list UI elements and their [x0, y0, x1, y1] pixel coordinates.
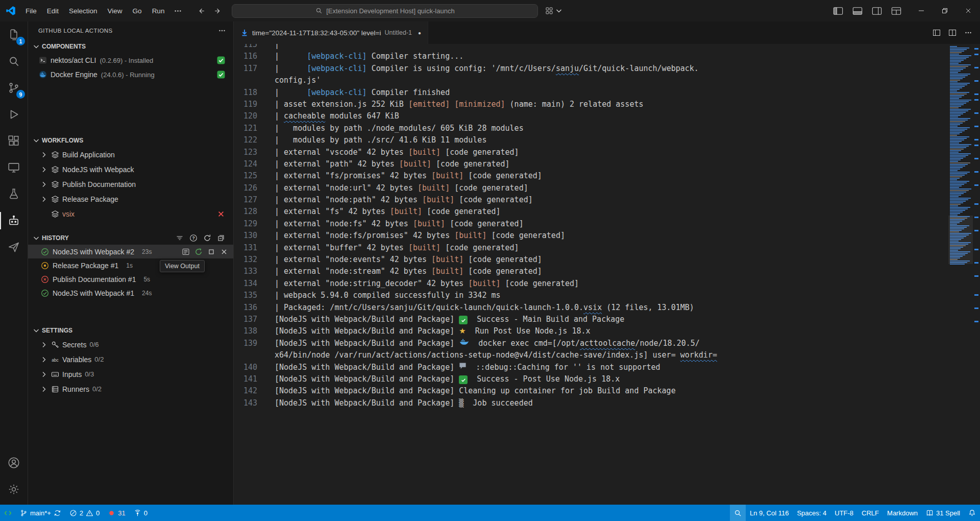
cursor-position-item[interactable]: Ln 9, Col 116 [746, 505, 793, 521]
panel-grid-button[interactable] [545, 7, 563, 15]
activity-source-control[interactable]: 9 [0, 75, 28, 101]
workflow-item[interactable]: Release Package [28, 192, 233, 206]
code-line[interactable]: 134| external "node:string_decoder" 42 b… [234, 278, 980, 290]
eol-item[interactable]: CRLF [857, 505, 883, 521]
indentation-item[interactable]: Spaces: 4 [793, 505, 830, 521]
toggle-secondary-sidebar-button[interactable] [869, 4, 885, 18]
history-refresh-button[interactable] [203, 234, 211, 242]
spell-problems-item[interactable]: 31 [104, 505, 129, 521]
code-line[interactable]: 120| cacheable modules 647 KiB [234, 110, 980, 122]
forward-button[interactable] [209, 4, 226, 18]
language-mode-item[interactable]: Markdown [883, 505, 922, 521]
section-header-settings[interactable]: SETTINGS [28, 324, 233, 337]
sidebar-more-button[interactable] [218, 27, 226, 35]
code-line[interactable]: 122| modules by path ./src/ 41.6 KiB 11 … [234, 134, 980, 146]
close-button[interactable] [957, 0, 980, 21]
code-line[interactable]: 133| external "node:stream" 42 bytes [bu… [234, 266, 980, 277]
ports-item[interactable]: 0 [130, 505, 152, 521]
branch-item[interactable]: main*+ [16, 505, 65, 521]
zoom-indicator[interactable] [730, 505, 746, 521]
code-line[interactable]: 117| [webpack-cli] Compiler is using con… [234, 63, 980, 75]
section-header-workflows[interactable]: WORKFLOWS [28, 134, 233, 147]
component-check-icon[interactable] [217, 56, 225, 64]
menu-go[interactable]: Go [128, 5, 147, 17]
dismiss-button[interactable] [220, 248, 228, 256]
component-check-icon[interactable] [217, 70, 225, 79]
more-actions-button[interactable] [964, 29, 972, 37]
code-line[interactable]: 119| asset extension.js 252 KiB [emitted… [234, 99, 980, 110]
activity-run-debug[interactable] [0, 101, 28, 128]
menu-run[interactable]: Run [147, 5, 170, 17]
code-line[interactable]: 139[NodeJS with Webpack/Build and Packag… [234, 338, 980, 349]
workflow-error-icon[interactable] [217, 210, 225, 218]
code-line[interactable]: 123| external "vscode" 42 bytes [built] … [234, 147, 980, 158]
code-line[interactable]: config.js' [234, 75, 980, 86]
code-line[interactable]: 124| external "path" 42 bytes [built] [c… [234, 158, 980, 170]
component-item[interactable]: nektos/act CLI (0.2.69) - Installed [28, 53, 233, 67]
code-line[interactable]: 130| external "node:fs/promises" 42 byte… [234, 230, 980, 242]
section-header-history[interactable]: HISTORY ? [28, 231, 233, 245]
code-line[interactable]: 135| webpack 5.94.0 compiled successfull… [234, 290, 980, 301]
menu-edit[interactable]: Edit [42, 5, 64, 17]
toggle-panel-button[interactable] [849, 4, 866, 18]
code-line[interactable]: 116| [webpack-cli] Compiler starting... [234, 51, 980, 62]
code-line[interactable]: 131| external "buffer" 42 bytes [built] … [234, 242, 980, 254]
menu-selection[interactable]: Selection [64, 5, 103, 17]
component-item[interactable]: Docker Engine (24.0.6) - Running [28, 67, 233, 82]
history-help-button[interactable]: ? [189, 234, 198, 242]
setting-item[interactable]: abc Variables 0/2 [28, 352, 233, 367]
activity-testing[interactable] [0, 181, 28, 207]
code-line[interactable]: 129| external "node:fs" 42 bytes [built]… [234, 218, 980, 230]
code-line[interactable]: 138[NodeJS with Webpack/Build and Packag… [234, 325, 980, 337]
setting-item[interactable]: Runners 0/2 [28, 382, 233, 396]
remote-indicator[interactable] [0, 505, 16, 521]
code-line[interactable]: 137[NodeJS with Webpack/Build and Packag… [234, 314, 980, 325]
tab-dirty-indicator[interactable]: ● [418, 30, 421, 36]
code-line[interactable]: 125| external "fs/promises" 42 bytes [bu… [234, 170, 980, 182]
command-center[interactable]: [Extension Development Host] quick-launc… [232, 4, 538, 18]
spell-checker-item[interactable]: 31 Spell [922, 505, 964, 521]
rerun-button[interactable] [194, 248, 203, 256]
activity-accounts[interactable] [0, 449, 28, 476]
code-line[interactable]: 140[NodeJS with Webpack/Build and Packag… [234, 362, 980, 373]
code-line[interactable]: 132| external "node:events" 42 bytes [bu… [234, 254, 980, 266]
editor-layout-button[interactable] [933, 29, 941, 37]
activity-extensions[interactable] [0, 128, 28, 154]
activity-settings-gear[interactable] [0, 476, 28, 503]
activity-search[interactable] [0, 48, 28, 75]
history-filter-button[interactable] [176, 234, 184, 242]
split-editor-button[interactable] [948, 29, 957, 37]
code-line[interactable]: 118| [webpack-cli] Compiler finished [234, 87, 980, 99]
tab-untitled-1[interactable]: time="2024-11-17T18:32:43-05:00" level=i… [234, 21, 428, 44]
code-line[interactable]: 136| Packaged: /mnt/c/Users/sanju/Git/qu… [234, 302, 980, 314]
problems-item[interactable]: 2 0 [65, 505, 104, 521]
code-line[interactable]: 143[NodeJS with Webpack/Build and Packag… [234, 397, 980, 409]
activity-github-actions[interactable] [0, 234, 28, 260]
history-collapse-all-button[interactable] [217, 234, 225, 242]
code-line[interactable]: 126| external "node:url" 42 bytes [built… [234, 182, 980, 194]
section-header-components[interactable]: COMPONENTS [28, 40, 233, 53]
code-line[interactable]: 142[NodeJS with Webpack/Build and Packag… [234, 385, 980, 397]
workflow-item[interactable]: NodeJS with Webpack [28, 162, 233, 177]
customize-layout-button[interactable] [888, 4, 904, 18]
editor[interactable]: 115| 116| [webpack-cli] Compiler startin… [234, 44, 980, 505]
activity-explorer[interactable]: 1 [0, 21, 28, 48]
code-line[interactable]: x64/bin/node /var/run/act/actions/action… [234, 349, 980, 361]
toggle-primary-sidebar-button[interactable] [830, 4, 846, 18]
code-line[interactable]: 141[NodeJS with Webpack/Build and Packag… [234, 373, 980, 385]
minimize-button[interactable] [910, 0, 933, 21]
code-line[interactable]: 128| external "fs" 42 bytes [built] [cod… [234, 206, 980, 218]
minimap[interactable] [948, 44, 973, 505]
overview-ruler[interactable] [973, 44, 980, 505]
workflow-item[interactable]: Build Application [28, 147, 233, 162]
encoding-item[interactable]: UTF-8 [830, 505, 857, 521]
notifications-item[interactable] [964, 505, 980, 521]
history-item[interactable]: Publish Documentation #1 5s [28, 272, 233, 286]
setting-item[interactable]: Secrets 0/6 [28, 337, 233, 352]
code-line[interactable]: 121| modules by path ./node_modules/ 605… [234, 123, 980, 134]
history-item[interactable]: NodeJS with Webpack #1 24s [28, 286, 233, 300]
workflow-item[interactable]: Publish Documentation [28, 177, 233, 192]
back-button[interactable] [193, 4, 209, 18]
history-item[interactable]: NodeJS with Webpack #2 23s [28, 245, 233, 258]
code-line[interactable]: 115| [234, 44, 980, 51]
